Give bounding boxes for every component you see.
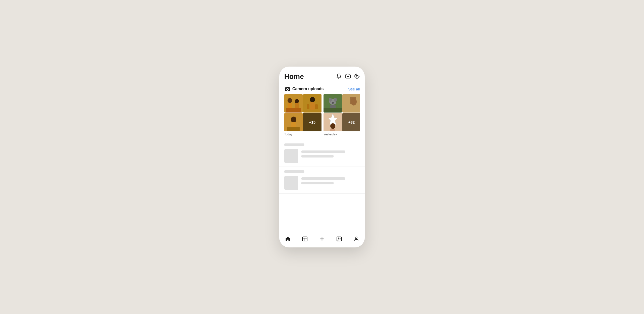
svg-point-3 xyxy=(357,75,358,76)
section-header: Camera uploads See all xyxy=(284,86,360,92)
phone-content: Home xyxy=(279,67,365,247)
svg-rect-37 xyxy=(330,129,335,131)
skeleton-section-1 xyxy=(279,140,365,167)
nav-item-home[interactable] xyxy=(282,234,293,243)
skeleton-title-2 xyxy=(284,170,304,173)
svg-point-36 xyxy=(330,123,335,129)
svg-point-9 xyxy=(288,98,292,103)
skeleton-item-2 xyxy=(284,176,360,190)
files-icon xyxy=(302,236,308,242)
photo-thumb-overlay[interactable]: +32 xyxy=(342,113,360,131)
skeleton-line xyxy=(301,150,345,153)
today-group: +15 Today xyxy=(284,94,321,136)
photo-thumb[interactable] xyxy=(324,94,342,113)
photo-thumb[interactable] xyxy=(303,94,321,113)
photo-thumb[interactable] xyxy=(284,113,303,131)
add-icon xyxy=(319,236,325,242)
skeleton-lines-2 xyxy=(301,176,360,184)
section-title-group: Camera uploads xyxy=(284,86,324,92)
svg-rect-17 xyxy=(307,104,309,109)
bell-icon[interactable] xyxy=(336,73,342,80)
header: Home xyxy=(279,67,365,84)
skeleton-thumb-2 xyxy=(284,176,298,190)
home-icon xyxy=(285,236,291,242)
photo-thumb[interactable] xyxy=(324,113,342,131)
nav-item-photos[interactable] xyxy=(334,234,345,243)
more-photos-overlay: +32 xyxy=(342,113,360,131)
yesterday-photos[interactable]: +32 xyxy=(324,94,360,131)
palette-icon[interactable] xyxy=(354,73,360,80)
yesterday-group: +32 Yesterday xyxy=(324,94,360,136)
account-icon xyxy=(353,236,359,242)
svg-rect-39 xyxy=(303,237,307,241)
nav-item-add[interactable] xyxy=(316,234,328,243)
photos-icon xyxy=(336,236,342,242)
page-title: Home xyxy=(284,73,304,81)
see-all-button[interactable]: See all xyxy=(348,87,360,91)
today-label: Today xyxy=(284,133,321,136)
skeleton-line xyxy=(301,177,345,180)
svg-rect-18 xyxy=(315,104,318,109)
today-photos[interactable]: +15 xyxy=(284,94,321,131)
svg-rect-16 xyxy=(310,102,315,110)
svg-point-4 xyxy=(356,76,356,77)
svg-point-20 xyxy=(291,117,296,123)
skeleton-section-2 xyxy=(279,167,365,194)
yesterday-label: Yesterday xyxy=(324,133,360,136)
section-title: Camera uploads xyxy=(292,87,324,91)
svg-point-11 xyxy=(295,99,299,103)
svg-point-15 xyxy=(310,97,315,102)
camera-uploads-section: Camera uploads See all xyxy=(279,84,365,140)
svg-rect-13 xyxy=(286,108,301,113)
svg-point-27 xyxy=(334,98,337,102)
photo-grid: +15 Today xyxy=(284,94,360,136)
svg-rect-22 xyxy=(287,127,300,131)
skeleton-line xyxy=(301,182,334,184)
svg-point-33 xyxy=(351,98,357,106)
svg-point-43 xyxy=(338,238,339,238)
photo-thumb[interactable] xyxy=(284,94,303,113)
phone-frame: Home xyxy=(279,67,365,247)
svg-point-28 xyxy=(332,102,334,104)
svg-point-2 xyxy=(356,75,356,76)
svg-rect-12 xyxy=(295,103,299,109)
photo-thumb[interactable] xyxy=(342,94,360,113)
more-photos-overlay: +15 xyxy=(303,113,321,131)
header-icons xyxy=(336,73,360,80)
svg-point-44 xyxy=(355,237,357,239)
skeleton-thumb-1 xyxy=(284,149,298,163)
bottom-nav xyxy=(279,231,365,247)
skeleton-item-1 xyxy=(284,149,360,163)
photo-thumb-overlay[interactable]: +15 xyxy=(303,113,321,131)
skeleton-lines-1 xyxy=(301,149,360,158)
nav-item-files[interactable] xyxy=(299,234,310,243)
camera-upload-icon xyxy=(284,86,291,92)
svg-rect-30 xyxy=(324,108,342,113)
svg-point-26 xyxy=(329,98,332,102)
content-spacer xyxy=(279,194,365,231)
skeleton-title-1 xyxy=(284,143,304,146)
camera-add-icon[interactable] xyxy=(345,73,351,80)
skeleton-line xyxy=(301,155,334,158)
nav-item-account[interactable] xyxy=(351,234,362,243)
